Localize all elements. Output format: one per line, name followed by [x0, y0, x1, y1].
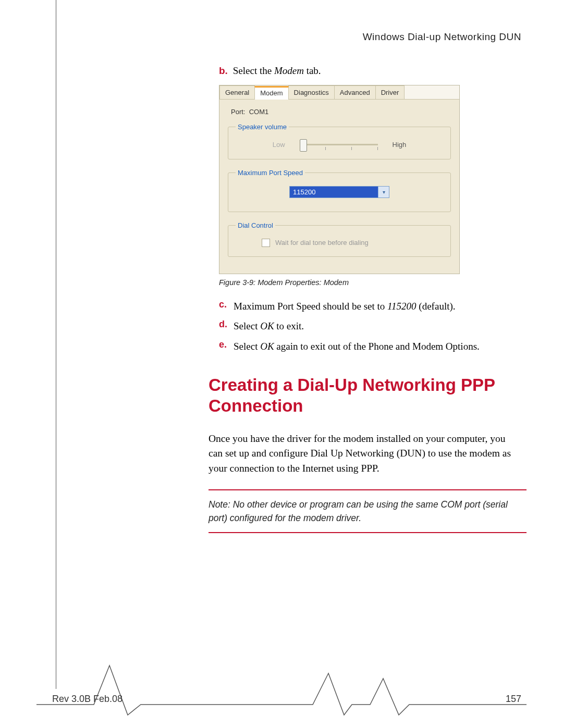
page: Windows Dial-up Networking DUN b. Select…	[0, 0, 563, 728]
tab-advanced[interactable]: Advanced	[334, 85, 376, 99]
step-b-text-prefix: Select the	[233, 65, 274, 76]
step-b: b. Select the Modem tab.	[219, 64, 521, 79]
step-text: Select OK to exit.	[234, 319, 304, 334]
note-block: Note: No other device or program can be …	[209, 489, 527, 534]
port-line: Port: COM1	[231, 108, 451, 116]
step-b-marker: b.	[219, 64, 230, 79]
dial-control-group: Dial Control Wait for dial tone before d…	[228, 221, 451, 257]
dialog-body: Port: COM1 Speaker volume Low High	[219, 100, 459, 274]
tab-diagnostics[interactable]: Diagnostics	[288, 85, 335, 99]
heartbeat-squiggle	[36, 658, 527, 720]
step-marker: d.	[219, 319, 234, 334]
step-marker: c.	[219, 299, 234, 314]
section-heading: Creating a Dial-Up Networking PPP Connec…	[209, 375, 527, 416]
dial-tone-checkbox[interactable]	[262, 239, 270, 247]
dial-control-legend: Dial Control	[236, 221, 275, 229]
tab-general[interactable]: General	[219, 85, 255, 99]
running-header: Windows Dial-up Networking DUN	[52, 31, 521, 43]
tab-modem[interactable]: Modem	[254, 86, 288, 100]
step-row: c.Maximum Port Speed should be set to 11…	[219, 299, 521, 314]
port-label: Port:	[231, 108, 245, 116]
step-b-text-suffix: tab.	[304, 65, 321, 76]
dial-tone-checkbox-row[interactable]: Wait for dial tone before dialing	[236, 239, 443, 247]
figure-caption: Figure 3-9: Modem Properties: Modem	[219, 278, 521, 287]
step-row: d.Select OK to exit.	[219, 319, 521, 334]
footer-page-number: 157	[506, 694, 521, 705]
speaker-volume-group: Speaker volume Low High	[228, 123, 451, 159]
step-text: Maximum Port Speed should be set to 1152…	[234, 299, 456, 314]
step-row: e.Select OK again to exit out of the Pho…	[219, 339, 521, 354]
max-port-speed-legend: Maximum Port Speed	[236, 169, 305, 177]
port-speed-value: 115200	[290, 187, 378, 198]
left-margin-rule	[56, 0, 56, 689]
step-text: Select OK again to exit out of the Phone…	[234, 339, 480, 354]
footer-revision: Rev 3.0B Feb.08	[52, 694, 123, 705]
slider-thumb[interactable]	[300, 139, 307, 152]
step-b-text-italic: Modem	[274, 65, 304, 76]
steps-list: c.Maximum Port Speed should be set to 11…	[219, 299, 521, 354]
port-speed-dropdown[interactable]: 115200 ▾	[289, 186, 389, 198]
dialog-tabstrip: GeneralModemDiagnosticsAdvancedDriver	[219, 85, 459, 100]
dial-tone-checkbox-label: Wait for dial tone before dialing	[275, 239, 369, 246]
speaker-volume-legend: Speaker volume	[236, 123, 289, 131]
speaker-low-label: Low	[273, 141, 285, 149]
step-marker: e.	[219, 339, 234, 354]
speaker-volume-slider[interactable]	[300, 140, 378, 150]
speaker-slider-row: Low High	[236, 140, 443, 150]
tab-driver[interactable]: Driver	[375, 85, 405, 99]
content-column: b. Select the Modem tab. GeneralModemDia…	[219, 64, 521, 354]
modem-properties-dialog: GeneralModemDiagnosticsAdvancedDriver Po…	[219, 85, 460, 274]
max-port-speed-group: Maximum Port Speed 115200 ▾	[228, 169, 451, 212]
chevron-down-icon[interactable]: ▾	[378, 187, 389, 198]
figure-wrap: GeneralModemDiagnosticsAdvancedDriver Po…	[219, 85, 521, 274]
port-value: COM1	[249, 108, 269, 116]
body-paragraph: Once you have the driver for the modem i…	[209, 431, 521, 476]
speaker-high-label: High	[393, 141, 407, 149]
